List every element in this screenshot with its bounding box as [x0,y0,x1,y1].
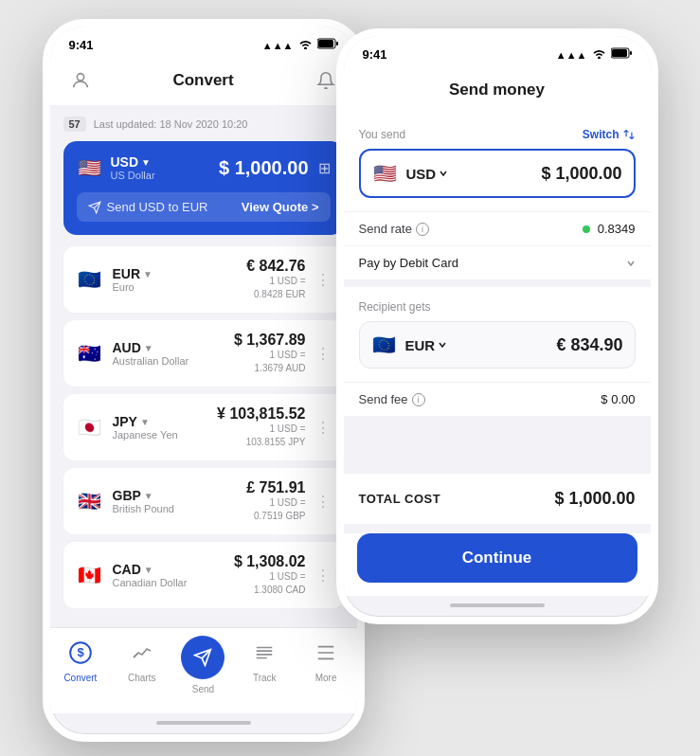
send-tab-circle [181,636,224,679]
switch-button[interactable]: Switch [583,128,636,141]
send-fee-info-icon[interactable]: i [412,393,425,406]
status-time-2: 9:41 [363,47,387,62]
send-label: Send USD to EUR [88,200,208,214]
home-indicator-2 [450,603,545,607]
jpy-code: JPY ▼ [113,414,178,429]
total-cost-value: $ 1,000.00 [554,489,635,509]
wifi-icon-2 [592,47,606,62]
signal-icon: ▲▲▲ [262,40,294,51]
view-quote-btn[interactable]: View Quote > [242,200,319,214]
send-flag: 🇺🇸 [372,160,399,187]
pay-method-row[interactable]: Pay by Debit Card [344,246,651,279]
from-currency-amount: $ 1,000.00 [219,157,309,179]
cad-name: Canadian Dollar [113,577,188,588]
gbp-flag: 🇬🇧 [77,488,103,514]
send-amount: $ 1,000.00 [541,164,621,184]
section-separator [344,279,651,287]
jpy-name: Japanese Yen [113,429,178,441]
svg-rect-19 [630,51,632,55]
tab-charts[interactable]: Charts [118,636,166,694]
currency-row-aud[interactable]: 🇦🇺 AUD ▼ Australian Dollar $ 1,367.89 1 … [63,320,344,387]
tab-bar-1: $ Convert Charts [50,627,357,713]
battery-icon [317,38,338,52]
currency-row-eur[interactable]: 🇪🇺 EUR ▼ Euro € 842.76 1 USD =0.8428 EUR… [63,246,344,313]
svg-rect-1 [318,40,333,47]
tab-send[interactable]: Send [179,636,226,694]
total-cost-row: TOTAL COST $ 1,000.00 [344,473,651,524]
svg-rect-2 [336,42,338,45]
from-currency-code: USD ▼ [111,154,155,170]
convert-tab-icon: $ [63,636,98,670]
cad-amount: $ 1,308.02 [234,553,306,570]
send-rate-info-icon[interactable]: i [416,223,429,236]
continue-button[interactable]: Continue [357,533,637,583]
person-icon[interactable] [65,65,96,96]
signal-icon-2: ▲▲▲ [556,49,587,61]
total-cost-label: TOTAL COST [359,492,441,506]
currency-row-gbp[interactable]: 🇬🇧 GBP ▼ British Pound £ 751.91 1 USD =0… [63,468,344,534]
tab-track[interactable]: Track [241,636,288,694]
tab-convert-label: Convert [63,673,97,683]
cad-options[interactable]: ⋮ [315,567,331,585]
tab-more[interactable]: More [302,636,350,694]
cad-code: CAD ▼ [113,562,188,577]
track-tab-icon [247,636,281,670]
gbp-code: GBP ▼ [113,488,174,503]
you-send-label: You send Switch [359,128,636,141]
phone-convert: 9:41 ▲▲▲ Convert 57 [43,19,365,742]
battery-icon-2 [611,47,632,62]
send-fee-value: $ 0.00 [601,392,635,406]
eur-rate: 1 USD =0.8428 EUR [246,275,305,301]
recipient-gets-row[interactable]: 🇪🇺 EUR € 834.90 [359,321,636,369]
last-updated-text: Last updated: 18 Nov 2020 10:20 [94,118,248,130]
green-dot-icon [583,225,590,233]
jpy-options[interactable]: ⋮ [315,419,331,437]
status-icons-2: ▲▲▲ [556,47,632,62]
send-quote-row[interactable]: Send USD to EUR View Quote > [77,192,331,222]
jpy-amount: ¥ 103,815.52 [217,405,305,423]
from-currency-card[interactable]: 🇺🇸 USD ▼ US Dollar $ 1,000.00 ⊞ [63,141,344,235]
you-send-row[interactable]: 🇺🇸 USD $ 1,000.00 [359,149,636,198]
eur-amount: € 842.76 [246,258,305,275]
eur-code: EUR ▼ [113,266,153,281]
svg-rect-18 [612,49,627,57]
wifi-icon [298,38,313,52]
recipient-currency-code: EUR [405,337,448,353]
tab-more-label: More [315,673,337,683]
currency-row-cad[interactable]: 🇨🇦 CAD ▼ Canadian Dollar $ 1,308.02 1 US… [63,542,344,608]
last-updated-bar: 57 Last updated: 18 Nov 2020 10:20 [63,117,344,132]
calculator-icon[interactable]: ⊞ [318,159,331,177]
status-bar-1: 9:41 ▲▲▲ [50,27,357,58]
jpy-flag: 🇯🇵 [77,414,103,441]
svg-point-3 [77,74,83,81]
tab-track-label: Track [253,673,277,683]
aud-options[interactable]: ⋮ [315,345,331,363]
update-badge: 57 [63,117,86,132]
usd-flag: 🇺🇸 [77,154,103,181]
tab-convert[interactable]: $ Convert [57,636,104,694]
recipient-gets-section: Recipient gets 🇪🇺 EUR € 834.90 [344,287,651,382]
gbp-amount: £ 751.91 [246,479,305,496]
aud-code: AUD ▼ [113,340,189,355]
nav-bar-2: Send money [344,67,651,115]
status-icons-1: ▲▲▲ [262,38,338,52]
chevron-down-icon [626,259,636,268]
tab-send-label: Send [192,684,214,694]
currency-row-jpy[interactable]: 🇯🇵 JPY ▼ Japanese Yen ¥ 103,815.52 1 USD… [63,394,344,460]
page-title-2: Send money [449,81,545,99]
svg-text:$: $ [77,645,84,659]
gbp-name: British Pound [113,503,174,514]
gbp-rate: 1 USD =0.7519 GBP [246,496,305,523]
status-time-1: 9:41 [69,38,94,52]
tab-charts-label: Charts [128,673,155,683]
eur-options[interactable]: ⋮ [315,271,331,289]
aud-amount: $ 1,367.89 [234,332,306,349]
from-currency-name: US Dollar [111,170,155,181]
aud-flag: 🇦🇺 [77,340,103,367]
aud-name: Australian Dollar [113,355,189,367]
from-currency-selector[interactable]: 🇺🇸 USD ▼ US Dollar [77,154,155,181]
charts-tab-icon [125,636,159,670]
gbp-options[interactable]: ⋮ [315,493,331,511]
nav-bar-1: Convert [50,58,357,105]
cad-rate: 1 USD =1.3080 CAD [234,570,306,597]
